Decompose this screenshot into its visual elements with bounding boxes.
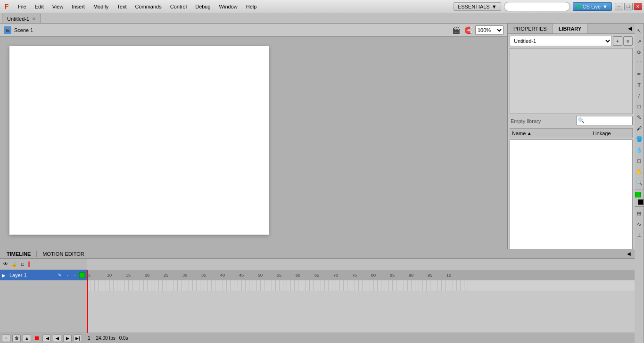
frame-cell-40[interactable] (242, 280, 246, 291)
text-tool[interactable]: T (635, 80, 644, 90)
frame-cell-35[interactable] (223, 280, 227, 291)
menu-window[interactable]: Window (215, 3, 241, 10)
frame-cell-97[interactable] (457, 280, 461, 291)
frame-cell-51[interactable] (283, 280, 287, 291)
frame-cell-5[interactable] (110, 280, 114, 291)
next-frame-btn[interactable]: ▶| (74, 335, 82, 342)
frame-cell-50[interactable] (280, 280, 283, 291)
library-tab[interactable]: LIBRARY (553, 24, 587, 33)
smooth-btn[interactable]: ∿ (635, 219, 644, 229)
frame-cell-2[interactable] (99, 280, 102, 291)
properties-tab[interactable]: PROPERTIES (508, 24, 553, 33)
frame-cell-89[interactable] (427, 280, 430, 291)
frame-cell-79[interactable] (389, 280, 393, 291)
frame-cell-26[interactable] (189, 280, 193, 291)
snap-btn[interactable]: ⊞ (635, 208, 644, 219)
pen-tool[interactable]: ✒ (635, 69, 644, 79)
frame-cell-46[interactable] (264, 280, 268, 291)
play-btn[interactable]: ▶ (63, 335, 72, 342)
frame-cell-48[interactable] (272, 280, 276, 291)
camera-icon[interactable]: 🎬 (451, 25, 461, 35)
brush-tool[interactable]: 🖌 (635, 123, 644, 133)
frame-cell-34[interactable] (219, 280, 223, 291)
frame-cell-18[interactable] (159, 280, 163, 291)
frame-cell-56[interactable] (302, 280, 306, 291)
document-tab[interactable]: Untitled-1 ✕ (2, 14, 41, 23)
zoom-tool[interactable]: 🔍 (635, 177, 644, 188)
frame-cell-39[interactable] (238, 280, 242, 291)
frame-cell-49[interactable] (276, 280, 280, 291)
pencil-tool[interactable]: ✎ (635, 112, 644, 122)
frame-cell-66[interactable] (340, 280, 344, 291)
frame-cell-78[interactable] (385, 280, 389, 291)
frame-cell-1[interactable] (95, 280, 99, 291)
frame-cell-55[interactable] (298, 280, 302, 291)
frame-cell-20[interactable] (166, 280, 170, 291)
frame-cell-98[interactable] (461, 280, 464, 291)
frame-cell-81[interactable] (396, 280, 400, 291)
outline-icon[interactable]: □ (19, 261, 26, 268)
menu-modify[interactable]: Modify (90, 3, 112, 10)
library-new-btn[interactable]: + (613, 36, 622, 46)
frames-area[interactable]: 5 10 15 20 25 30 35 40 45 50 55 (87, 270, 507, 333)
frame-cell-92[interactable] (438, 280, 442, 291)
frame-cell-63[interactable] (329, 280, 332, 291)
library-search-input[interactable] (576, 116, 633, 125)
select-tool[interactable]: ↖ (635, 25, 644, 36)
cs-live-button[interactable]: CS Live ▼ (573, 2, 612, 11)
lock-icon[interactable]: 🔒 (10, 261, 18, 268)
paint-bucket-tool[interactable]: 🪣 (635, 134, 644, 144)
frame-cell-74[interactable] (370, 280, 374, 291)
frame-cell-83[interactable] (404, 280, 408, 291)
frame-cell-24[interactable] (182, 280, 185, 291)
frame-cell-96[interactable] (453, 280, 457, 291)
frame-cell-12[interactable] (136, 280, 140, 291)
frame-cell-77[interactable] (381, 280, 385, 291)
frame-cell-25[interactable] (185, 280, 189, 291)
panel-collapse-btn[interactable]: ◀ (625, 24, 635, 33)
frame-cell-10[interactable] (129, 280, 132, 291)
library-document-select[interactable]: Untitled-1 (510, 36, 612, 46)
subselect-tool[interactable]: ↗ (635, 36, 644, 47)
prev-frame-btn[interactable]: ◀ (53, 335, 61, 342)
frame-cell-22[interactable] (174, 280, 178, 291)
frame-cell-45[interactable] (261, 280, 264, 291)
frame-cell-38[interactable] (234, 280, 238, 291)
frame-cell-61[interactable] (321, 280, 325, 291)
minimize-button[interactable]: ─ (615, 3, 623, 10)
frame-cell-9[interactable] (125, 280, 129, 291)
frame-cell-88[interactable] (423, 280, 427, 291)
frame-cell-16[interactable] (151, 280, 155, 291)
menu-text[interactable]: Text (113, 3, 130, 10)
frame-cell-41[interactable] (246, 280, 249, 291)
frame-cell-21[interactable] (170, 280, 174, 291)
menu-debug[interactable]: Debug (191, 3, 214, 10)
frame-cell-19[interactable] (163, 280, 166, 291)
first-frame-btn[interactable]: |◀ (42, 335, 51, 342)
frame-cell-47[interactable] (268, 280, 272, 291)
frame-cell-30[interactable] (204, 280, 208, 291)
frame-cell-13[interactable] (140, 280, 144, 291)
frame-cell-64[interactable] (332, 280, 336, 291)
eyedropper-tool[interactable]: 💧 (635, 145, 644, 155)
fill-color-swatch[interactable] (635, 192, 641, 197)
frame-cell-65[interactable] (336, 280, 340, 291)
frame-cell-99[interactable] (464, 280, 468, 291)
frame-cell-31[interactable] (208, 280, 212, 291)
timeline-tab[interactable]: TIMELINE (3, 250, 34, 258)
frame-cell-36[interactable] (227, 280, 231, 291)
frame-cell-0[interactable] (91, 280, 95, 291)
straighten-btn[interactable]: ⊥ (635, 230, 644, 240)
menu-insert[interactable]: Insert (68, 3, 89, 10)
frame-cell-29[interactable] (200, 280, 204, 291)
menu-view[interactable]: View (49, 3, 67, 10)
frame-cell-43[interactable] (253, 280, 257, 291)
search-input[interactable] (504, 2, 570, 11)
frame-cell-68[interactable] (347, 280, 351, 291)
library-options-btn[interactable]: ≡ (623, 36, 633, 46)
delete-layer-btn[interactable]: 🗑 (12, 335, 21, 342)
lasso-tool[interactable]: ⌒ (635, 58, 644, 68)
frame-cell-14[interactable] (144, 280, 148, 291)
eraser-tool[interactable]: ◻ (635, 155, 644, 166)
frame-cell-42[interactable] (249, 280, 253, 291)
